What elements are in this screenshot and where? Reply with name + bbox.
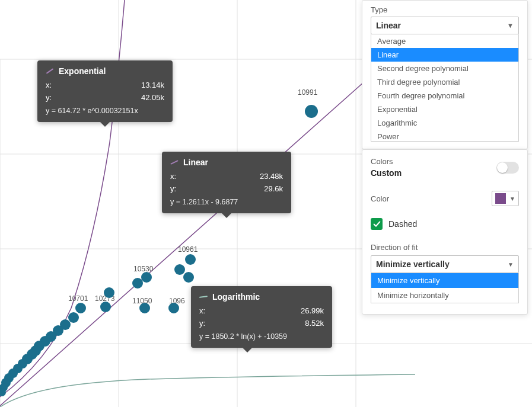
trend-icon — [46, 68, 54, 74]
type-option-linear[interactable]: Linear — [371, 48, 518, 62]
chevron-down-icon: ▼ — [507, 22, 514, 29]
tooltip-title: Linear — [183, 158, 208, 167]
chevron-down-icon: ▼ — [509, 196, 515, 202]
dashed-label: Dashed — [388, 219, 417, 229]
point-label: 10961 — [178, 245, 198, 254]
svg-point-12 — [141, 272, 152, 283]
data-points[interactable] — [0, 105, 318, 396]
svg-point-14 — [168, 303, 179, 313]
type-options: Average Linear Second degree polynomial … — [371, 34, 519, 142]
type-selected: Linear — [376, 21, 401, 30]
trend-logarithmic[interactable] — [0, 374, 415, 407]
colors-label: Colors — [371, 157, 402, 166]
y-label: y: — [46, 92, 52, 104]
type-label: Type — [371, 5, 519, 14]
dashed-checkbox[interactable] — [371, 218, 383, 230]
svg-point-13 — [132, 278, 143, 289]
type-option-logarithmic[interactable]: Logarithmic — [371, 116, 518, 130]
tooltip-logarithmic: Logarithmic x:26.99k y:8.52k y = 1850.2 … — [191, 286, 332, 348]
direction-options: Minimize vertically Minimize horizontall… — [371, 273, 519, 303]
svg-point-9 — [185, 254, 196, 265]
tooltip-exponential: Exponential x:13.14k y:42.05k y = 614.72… — [37, 60, 173, 122]
y-label: y: — [199, 318, 205, 330]
svg-point-10 — [183, 272, 194, 283]
stage: 10991 10961 10530 11050 1096 10273 10701 — [0, 0, 532, 407]
svg-point-17 — [104, 287, 114, 298]
direction-option-horizontal[interactable]: Minimize horizontally — [371, 288, 518, 303]
trend-icon — [170, 160, 179, 165]
type-option-average[interactable]: Average — [371, 34, 518, 48]
color-swatch — [495, 193, 506, 204]
panel-type: Type Linear ▼ Average Linear Second degr… — [362, 0, 528, 149]
y-label: y: — [170, 183, 176, 196]
direction-label: Direction of fit — [371, 243, 519, 252]
type-option-poly3[interactable]: Third degree polynomial — [371, 75, 518, 89]
direction-select[interactable]: Minimize vertically ▼ — [371, 255, 519, 273]
type-option-poly2[interactable]: Second degree polynomial — [371, 62, 518, 75]
type-option-exponential[interactable]: Exponential — [371, 102, 518, 116]
y-value: 8.52k — [305, 318, 324, 330]
x-value: 26.99k — [301, 305, 324, 318]
tooltip-title: Logarithmic — [212, 292, 260, 302]
point-label: 10991 — [298, 88, 318, 97]
y-value: 42.05k — [141, 92, 164, 104]
check-icon — [373, 220, 381, 228]
x-label: x: — [170, 171, 176, 183]
y-value: 29.6k — [264, 183, 283, 196]
x-value: 13.14k — [141, 79, 164, 92]
chevron-down-icon: ▼ — [508, 261, 514, 268]
svg-point-19 — [68, 312, 79, 323]
tooltip-linear: Linear x:23.48k y:29.6k y = 1.2611x - 9.… — [162, 152, 291, 213]
x-value: 23.48k — [260, 171, 283, 183]
equation-text: y = 1850.2 * ln(x) + -10359 — [199, 332, 324, 341]
panel-appearance: Colors Custom Color ▼ Dashed Direction o… — [362, 149, 528, 315]
direction-selected: Minimize vertically — [376, 259, 450, 269]
color-picker[interactable]: ▼ — [492, 191, 519, 206]
equation-text: y = 614.72 * e^0.00032151x — [46, 107, 164, 115]
equation-text: y = 1.2611x - 9.6877 — [170, 198, 283, 206]
svg-point-18 — [75, 303, 86, 313]
trend-icon — [199, 296, 208, 298]
colors-mode: Custom — [371, 168, 402, 178]
direction-option-vertical[interactable]: Minimize vertically — [371, 273, 518, 288]
x-label: x: — [46, 79, 52, 92]
point-label: 10530 — [133, 265, 154, 273]
point-label: 10701 — [68, 294, 88, 303]
tooltip-title: Exponential — [59, 66, 106, 76]
color-label: Color — [371, 194, 389, 203]
type-select[interactable]: Linear ▼ — [371, 17, 519, 34]
type-option-poly4[interactable]: Fourth degree polynomial — [371, 89, 518, 102]
svg-point-15 — [139, 303, 150, 313]
svg-point-16 — [100, 302, 111, 312]
type-option-power[interactable]: Power — [371, 130, 518, 142]
colors-toggle[interactable] — [496, 162, 519, 174]
svg-point-8 — [305, 105, 318, 118]
svg-point-11 — [174, 264, 185, 275]
x-label: x: — [199, 305, 205, 318]
